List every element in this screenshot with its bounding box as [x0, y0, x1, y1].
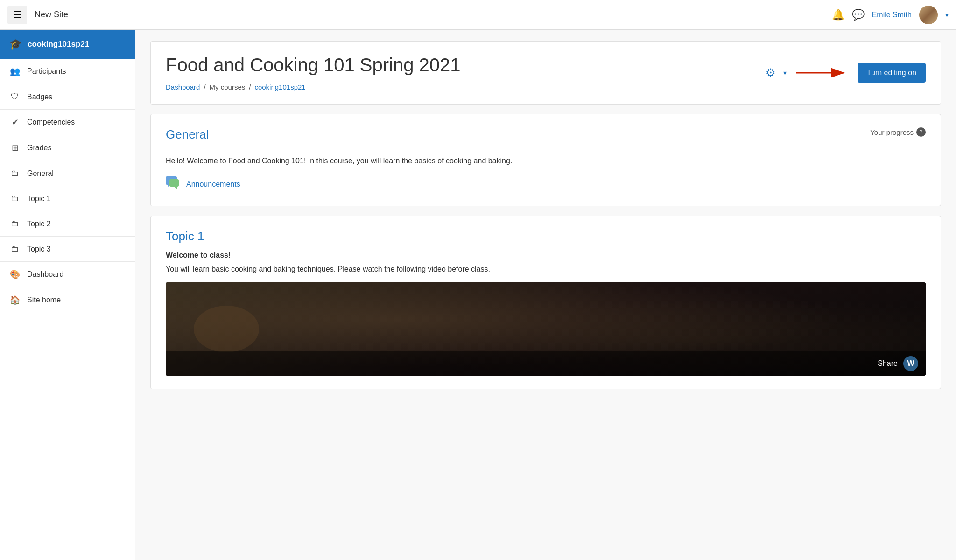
sidebar-label-sitehome: Site home — [27, 296, 61, 304]
sidebar-item-topic2[interactable]: 🗀 Topic 2 — [0, 211, 135, 237]
general-section-header: General Your progress ? — [166, 127, 926, 149]
sidebar-item-competencies[interactable]: ✔ Competencies — [0, 110, 135, 135]
announcements-label: Announcements — [186, 180, 240, 189]
general-folder-icon: 🗀 — [9, 168, 21, 178]
breadcrumb-sep1: / — [204, 83, 205, 91]
share-label: Share — [878, 359, 898, 368]
svg-marker-5 — [174, 187, 177, 189]
your-progress: Your progress ? — [870, 127, 926, 137]
video-thumbnail[interactable]: Share W — [166, 282, 926, 376]
sidebar-label-participants: Participants — [27, 67, 66, 76]
topic1-section-card: Topic 1 Welcome to class! You will learn… — [150, 216, 941, 390]
sidebar-item-dashboard[interactable]: 🎨 Dashboard — [0, 262, 135, 287]
sidebar-label-topic1: Topic 1 — [27, 195, 51, 203]
breadcrumb-mycourses: My courses — [210, 83, 246, 91]
course-cap-icon: 🎓 — [9, 38, 22, 50]
breadcrumb-sep2: / — [249, 83, 251, 91]
sidebar-label-grades: Grades — [27, 144, 51, 152]
topic1-description: You will learn basic cooking and baking … — [166, 263, 926, 275]
your-progress-label: Your progress — [870, 128, 914, 136]
video-controls-bar: Share W — [166, 351, 926, 376]
sidebar-item-general[interactable]: 🗀 General — [0, 161, 135, 186]
general-section-title: General — [166, 127, 209, 142]
topic1-folder-icon: 🗀 — [9, 194, 21, 203]
user-dropdown-arrow[interactable]: ▾ — [945, 11, 949, 19]
svg-rect-4 — [169, 179, 179, 187]
sidebar-label-general: General — [27, 169, 54, 178]
sidebar-label-dashboard: Dashboard — [27, 270, 63, 279]
progress-help-icon[interactable]: ? — [916, 127, 926, 137]
general-section-card: General Your progress ? Hello! Welcome t… — [150, 114, 941, 206]
badges-icon: 🛡 — [9, 92, 21, 102]
announcements-forum-svg — [166, 176, 182, 189]
sidebar-item-participants[interactable]: 👥 Participants — [0, 59, 135, 84]
gear-dropdown-arrow[interactable]: ▾ — [783, 69, 787, 77]
topic1-section-title: Topic 1 — [166, 229, 926, 244]
page-layout: 🎓 cooking101sp21 👥 Participants 🛡 Badges… — [0, 30, 956, 560]
turn-editing-on-button[interactable]: Turn editing on — [858, 63, 926, 83]
sidebar-label-topic2: Topic 2 — [27, 220, 51, 228]
topic2-folder-icon: 🗀 — [9, 219, 21, 229]
grades-icon: ⊞ — [9, 143, 21, 153]
gear-icon[interactable]: ⚙ — [766, 66, 776, 79]
topic1-welcome-label: Welcome to class! — [166, 251, 926, 259]
breadcrumb-course[interactable]: cooking101sp21 — [254, 83, 305, 91]
hamburger-icon: ☰ — [13, 10, 21, 20]
topbar-right: 🔔 💬 Emile Smith ▾ — [832, 6, 949, 24]
dashboard-icon: 🎨 — [9, 269, 21, 280]
sidebar-course-name: cooking101sp21 — [28, 40, 89, 49]
sidebar-label-badges: Badges — [27, 93, 52, 101]
sidebar-item-sitehome[interactable]: 🏠 Site home — [0, 287, 135, 313]
avatar-image — [919, 6, 938, 24]
topbar-left: ☰ New Site — [7, 6, 68, 24]
main-content: Food and Cooking 101 Spring 2021 Dashboa… — [135, 30, 956, 560]
forum-icon — [166, 176, 182, 193]
user-name[interactable]: Emile Smith — [872, 11, 912, 19]
hamburger-button[interactable]: ☰ — [7, 6, 27, 24]
sidebar-label-topic3: Topic 3 — [27, 245, 51, 253]
sidebar-course-header[interactable]: 🎓 cooking101sp21 — [0, 30, 135, 59]
competencies-icon: ✔ — [9, 117, 21, 127]
w-badge[interactable]: W — [903, 356, 918, 371]
sitehome-icon: 🏠 — [9, 295, 21, 305]
sidebar-label-competencies: Competencies — [27, 118, 75, 126]
sidebar-item-grades[interactable]: ⊞ Grades — [0, 135, 135, 161]
site-title: New Site — [35, 10, 68, 20]
breadcrumb-dashboard[interactable]: Dashboard — [166, 83, 200, 91]
sidebar: 🎓 cooking101sp21 👥 Participants 🛡 Badges… — [0, 30, 135, 560]
general-section-description: Hello! Welcome to Food and Cooking 101! … — [166, 155, 926, 167]
topbar: ☰ New Site 🔔 💬 Emile Smith ▾ — [0, 0, 956, 30]
breadcrumb: Dashboard / My courses / cooking101sp21 — [166, 83, 926, 91]
participants-icon: 👥 — [9, 66, 21, 77]
bell-icon[interactable]: 🔔 — [832, 9, 844, 21]
message-icon[interactable]: 💬 — [852, 9, 865, 21]
sidebar-item-topic1[interactable]: 🗀 Topic 1 — [0, 186, 135, 211]
sidebar-item-topic3[interactable]: 🗀 Topic 3 — [0, 237, 135, 262]
sidebar-item-badges[interactable]: 🛡 Badges — [0, 84, 135, 110]
topic3-folder-icon: 🗀 — [9, 244, 21, 254]
avatar[interactable] — [919, 6, 938, 24]
red-arrow-indicator — [794, 65, 850, 80]
course-header-card: Food and Cooking 101 Spring 2021 Dashboa… — [150, 41, 941, 105]
svg-point-6 — [194, 306, 259, 352]
announcements-link[interactable]: Announcements — [166, 176, 926, 193]
